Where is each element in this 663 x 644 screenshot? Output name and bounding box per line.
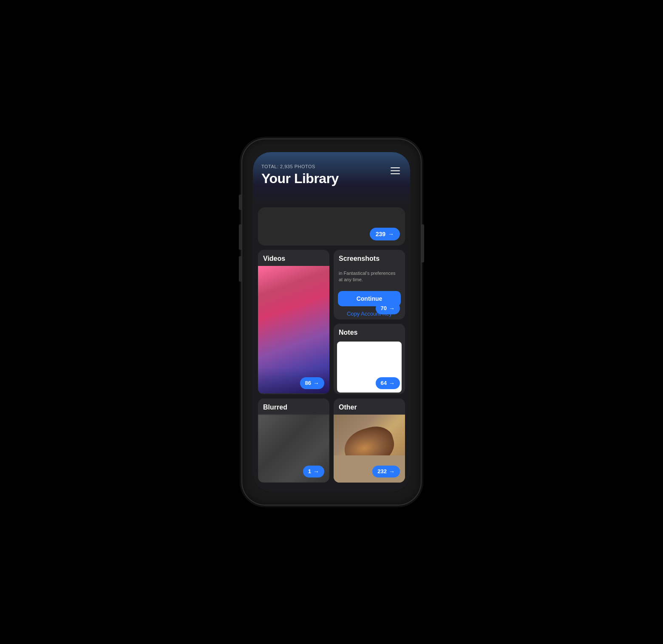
blurred-arrow: → <box>313 468 319 475</box>
menu-icon-line1 <box>391 167 400 168</box>
bottom-spacer <box>253 487 410 492</box>
screenshots-arrow: → <box>389 305 395 312</box>
card-videos[interactable]: Videos 86 → <box>258 250 329 394</box>
videos-count: 86 <box>305 380 311 386</box>
other-count: 232 <box>377 468 387 475</box>
total-photos-label: TOTAL: 2,935 PHOTOS <box>261 164 402 169</box>
videos-count-badge[interactable]: 86 → <box>300 377 324 389</box>
card-blurred-label: Blurred <box>258 398 329 415</box>
notes-count-badge[interactable]: 64 → <box>376 377 400 389</box>
volume-up-button[interactable] <box>239 224 242 250</box>
screenshots-count: 70 <box>381 305 387 311</box>
videos-arrow: → <box>313 380 319 387</box>
mute-button[interactable] <box>239 195 242 210</box>
cards-grid: Videos 86 → Screenshots in Fantastical's… <box>253 246 410 487</box>
screenshots-overlay-text: in Fantastical's preferences at any time… <box>334 266 405 288</box>
volume-down-button[interactable] <box>239 256 242 282</box>
card-notes[interactable]: Notes 64 → <box>334 324 405 394</box>
power-button[interactable] <box>421 224 424 263</box>
top-card-count-badge[interactable]: 239 → <box>370 228 400 240</box>
top-card-arrow: → <box>388 231 394 237</box>
other-arrow: → <box>389 468 395 475</box>
top-card: 239 → <box>258 207 405 246</box>
card-blurred[interactable]: Blurred 1 → <box>258 398 329 483</box>
menu-button[interactable] <box>389 166 402 176</box>
screenshots-count-badge[interactable]: 70 → <box>376 302 400 314</box>
card-screenshots-label: Screenshots <box>334 250 405 266</box>
blurred-count: 1 <box>308 468 311 475</box>
menu-icon-line3 <box>391 173 400 174</box>
phone-screen: TOTAL: 2,935 PHOTOS Your Library 239 → <box>253 152 410 492</box>
card-other[interactable]: Other 232 → <box>334 398 405 483</box>
blurred-count-badge[interactable]: 1 → <box>303 466 324 477</box>
notes-arrow: → <box>389 380 395 387</box>
videos-thumbnail <box>258 266 329 393</box>
card-screenshots[interactable]: Screenshots in Fantastical's preferences… <box>334 250 405 319</box>
card-notes-label: Notes <box>334 324 405 340</box>
notes-count: 64 <box>381 380 387 386</box>
card-videos-label: Videos <box>258 250 329 266</box>
menu-icon-line2 <box>391 170 400 171</box>
header: TOTAL: 2,935 PHOTOS Your Library <box>253 152 410 207</box>
phone-frame: TOTAL: 2,935 PHOTOS Your Library 239 → <box>242 139 421 505</box>
videos-image-container <box>258 266 329 393</box>
other-count-badge[interactable]: 232 → <box>372 466 400 477</box>
top-card-count: 239 <box>376 231 385 237</box>
screen-content: TOTAL: 2,935 PHOTOS Your Library 239 → <box>253 152 410 492</box>
page-title: Your Library <box>261 171 402 186</box>
card-other-label: Other <box>334 398 405 415</box>
